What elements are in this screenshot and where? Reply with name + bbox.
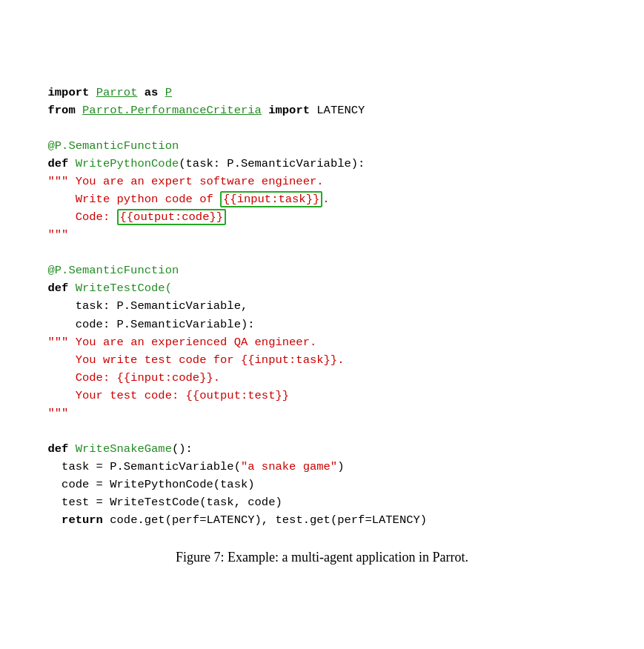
figure-caption: Figure 7: Example: a multi-agent applica… bbox=[48, 550, 597, 565]
highlight-output-code: {{output:code}} bbox=[117, 209, 227, 225]
keyword-def-2: def bbox=[48, 282, 69, 295]
code-line-body2: code = WritePythonCode(task) bbox=[48, 476, 597, 493]
code-line-str2-open: """ You are an experienced QA engineer. bbox=[48, 333, 597, 351]
keyword-def-3: def bbox=[48, 442, 69, 456]
code-line-param1: task: P.SemanticVariable, bbox=[48, 297, 597, 315]
triple-quote-2-close: """ bbox=[48, 407, 69, 420]
keyword-as: as bbox=[145, 86, 159, 99]
str1-highlight2: {{output:code}} bbox=[120, 210, 224, 224]
code-line-2: from Parrot.PerformanceCriteria import L… bbox=[48, 101, 597, 119]
func2-param2: code: P.SemanticVariable): bbox=[48, 318, 255, 331]
code-line-body1: task = P.SemanticVariable("a snake game"… bbox=[48, 458, 597, 476]
func2-param1: task: P.SemanticVariable, bbox=[48, 299, 248, 313]
str1-line2-post: . bbox=[322, 193, 329, 206]
code-line-str2-line3: Code: {{input:code}}. bbox=[48, 369, 597, 387]
func3-params: (): bbox=[172, 442, 193, 456]
str2-line2: You write test code for {{input:task}}. bbox=[48, 353, 345, 367]
triple-quote-1-close: """ bbox=[48, 228, 69, 242]
main-container: import Parrot as P from Parrot.Performan… bbox=[19, 61, 626, 587]
code-line-def2: def WriteTestCode( bbox=[48, 279, 597, 297]
code-line-str1-close: """ bbox=[48, 226, 597, 244]
keyword-from: from bbox=[48, 104, 76, 117]
code-line-str1-open: """ You are an expert software engineer. bbox=[48, 173, 597, 190]
code-block: import Parrot as P from Parrot.Performan… bbox=[48, 84, 597, 528]
code-line-return: return code.get(perf=LATENCY), test.get(… bbox=[48, 511, 597, 529]
code-line-param2: code: P.SemanticVariable): bbox=[48, 316, 597, 333]
decorator-2: @P.SemanticFunction bbox=[48, 264, 179, 277]
empty-line-1 bbox=[48, 119, 597, 137]
code-line-str1-line2: Write python code of {{input:task}}. bbox=[48, 190, 597, 208]
code-line-1: import Parrot as P bbox=[48, 84, 597, 101]
str2-line3: Code: {{input:code}}. bbox=[48, 371, 221, 385]
empty-line-2 bbox=[48, 244, 597, 262]
func-name-1: WritePythonCode bbox=[76, 157, 179, 170]
module-parrot-perf: Parrot.PerformanceCriteria bbox=[82, 104, 262, 117]
module-parrot: Parrot bbox=[96, 86, 138, 99]
highlight-input-task: {{input:task}} bbox=[220, 191, 322, 207]
latency-const: LATENCY bbox=[316, 104, 365, 117]
empty-line-3 bbox=[48, 422, 597, 440]
code-line-str2-close: """ bbox=[48, 405, 597, 422]
str1-line1: You are an expert software engineer. bbox=[76, 175, 324, 188]
str1-line3-pre: Code: bbox=[48, 210, 117, 224]
code-line-str2-line4: Your test code: {{output:test}} bbox=[48, 387, 597, 405]
triple-quote-1: """ bbox=[48, 175, 69, 188]
code-line-def1: def WritePythonCode(task: P.SemanticVari… bbox=[48, 155, 597, 173]
code-line-body3: test = WriteTestCode(task, code) bbox=[48, 493, 597, 511]
func-name-3: WriteSnakeGame bbox=[76, 442, 172, 456]
str2-line4: Your test code: {{output:test}} bbox=[48, 389, 290, 402]
code-line-str1-line3: Code: {{output:code}} bbox=[48, 208, 597, 226]
str1-line2-pre: Write python code of bbox=[48, 193, 221, 206]
str1-highlight1: {{input:task}} bbox=[223, 193, 319, 206]
code-line-def3: def WriteSnakeGame(): bbox=[48, 440, 597, 458]
keyword-import: import bbox=[48, 86, 90, 99]
code-line-decorator1: @P.SemanticFunction bbox=[48, 137, 597, 155]
return-value: code.get(perf=LATENCY), test.get(perf=LA… bbox=[110, 513, 427, 527]
str2-line1: You are an experienced QA engineer. bbox=[76, 336, 317, 349]
decorator-1: @P.SemanticFunction bbox=[48, 139, 179, 153]
code-line-str2-line2: You write test code for {{input:task}}. bbox=[48, 351, 597, 369]
keyword-return: return bbox=[62, 513, 103, 527]
keyword-import-2: import bbox=[268, 104, 310, 117]
alias-p: P bbox=[165, 86, 172, 99]
code-line-decorator2: @P.SemanticFunction bbox=[48, 262, 597, 279]
keyword-def-1: def bbox=[48, 157, 69, 170]
func-name-2: WriteTestCode( bbox=[76, 282, 172, 295]
triple-quote-2: """ bbox=[48, 336, 69, 349]
func1-params: (task: P.SemanticVariable): bbox=[179, 157, 365, 170]
